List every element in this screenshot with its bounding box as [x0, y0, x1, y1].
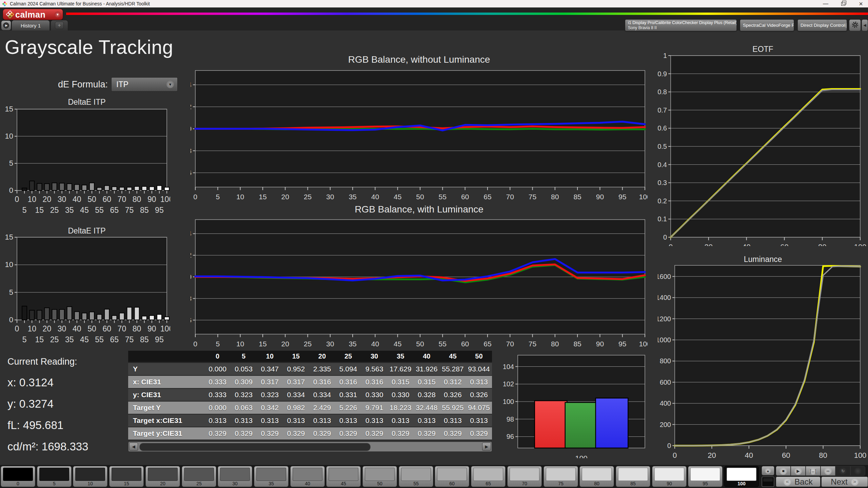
continuous-button[interactable]: ∞	[821, 466, 835, 476]
chevron-down-icon: ▼	[845, 22, 847, 29]
patch-button-35[interactable]: 35	[254, 466, 289, 487]
scroll-left-icon[interactable]: ◀	[129, 443, 138, 451]
patch-button-100[interactable]: 100	[724, 466, 759, 487]
patch-swatch	[618, 468, 648, 481]
eotf-chart: EOTF 00.10.20.30.40.50.60.70.80.91020406…	[658, 43, 868, 246]
svg-text:1400: 1400	[658, 294, 671, 301]
minimize-icon[interactable]: —	[821, 0, 830, 7]
calman-menu-button[interactable]: calman ▼	[3, 9, 63, 20]
pattern-preview[interactable]	[762, 476, 774, 487]
patch-button-95[interactable]: 95	[688, 466, 723, 487]
svg-text:90: 90	[596, 193, 604, 201]
scroll-right-icon[interactable]: ▶	[482, 443, 491, 451]
svg-text:25: 25	[50, 206, 59, 215]
table-cell: 0.326	[440, 389, 466, 401]
table-cell: 0.329	[257, 427, 283, 440]
patch-swatch	[437, 468, 467, 481]
add-tab-button[interactable]: +	[51, 20, 68, 30]
patch-button-80[interactable]: 80	[579, 466, 614, 487]
table-cell: 0.334	[283, 389, 309, 401]
patch-button-65[interactable]: 65	[471, 466, 506, 487]
table-column-header: 20	[309, 351, 335, 362]
table-horizontal-scrollbar[interactable]: ◀ ▶	[128, 442, 492, 452]
table-column-header: 30	[361, 351, 388, 362]
patch-label: 90	[652, 481, 686, 486]
svg-text:0.5: 0.5	[658, 143, 667, 150]
svg-text:45: 45	[394, 193, 401, 201]
patch-button-60[interactable]: 60	[435, 466, 469, 487]
blank-button[interactable]	[850, 466, 865, 476]
settings-button[interactable]	[849, 19, 861, 31]
next-button[interactable]: Next »	[821, 476, 868, 487]
restore-icon[interactable]	[839, 0, 848, 7]
table-column-header: 25	[335, 351, 361, 362]
pattern-size-button[interactable]: [↔]	[806, 466, 821, 476]
patch-button-50[interactable]: 50	[362, 466, 397, 487]
patch-button-85[interactable]: 85	[616, 466, 650, 487]
patch-button-70[interactable]: 70	[507, 466, 542, 487]
patch-swatch	[727, 468, 756, 481]
patch-button-25[interactable]: 25	[182, 466, 216, 487]
meter-dropdown-line1: i1 Display Pro/Calibrite ColorChecker Di…	[628, 20, 737, 25]
stop-button[interactable]: ■	[776, 466, 791, 476]
svg-text:20: 20	[281, 193, 289, 201]
de-formula-dropdown[interactable]: ITP ▼	[111, 77, 178, 92]
table-cell: 0.053	[231, 363, 257, 375]
svg-text:96: 96	[507, 433, 514, 440]
patch-swatch	[365, 468, 395, 481]
patch-button-55[interactable]: 55	[399, 466, 433, 487]
tab-scroll-button[interactable]: ▶	[1, 20, 11, 30]
display-dropdown-label: Direct Display Control	[801, 23, 845, 28]
svg-text:0.3: 0.3	[658, 179, 667, 186]
scrollbar-thumb[interactable]	[139, 443, 371, 451]
patch-button-0[interactable]: 0	[1, 466, 35, 487]
table-cell: 0.313	[204, 414, 231, 427]
patch-button-45[interactable]: 45	[326, 466, 361, 487]
patch-button-15[interactable]: 15	[109, 466, 144, 487]
table-cell: 93.044	[466, 363, 492, 375]
svg-text:80: 80	[819, 451, 827, 460]
source-dropdown[interactable]: SpectraCal VideoForge Pro ▼	[740, 19, 794, 31]
table-cell: 9.791	[361, 402, 388, 414]
svg-text:200: 200	[660, 421, 671, 428]
patch-button-30[interactable]: 30	[218, 466, 252, 487]
table-cell: 0.323	[231, 389, 257, 401]
patch-button-20[interactable]: 20	[145, 466, 180, 487]
svg-text:104: 104	[191, 81, 192, 88]
next-chevrons-icon: »	[851, 478, 859, 486]
svg-text:75: 75	[529, 340, 536, 348]
table-column-header: 45	[440, 351, 466, 362]
play-button[interactable]: ▶	[791, 466, 806, 476]
chart-canvas: 00.10.20.30.40.50.60.70.80.9102040608010…	[658, 43, 868, 246]
table-row: y: CIE310.3330.3230.3230.3340.3340.3310.…	[128, 389, 492, 402]
patch-button-75[interactable]: 75	[544, 466, 578, 487]
luminance-chart: Luminance 020040060080010001200140016000…	[658, 255, 868, 461]
patch-label: 65	[471, 481, 505, 486]
svg-text:40: 40	[73, 324, 81, 333]
patch-swatch	[75, 468, 105, 481]
svg-text:5: 5	[216, 193, 220, 201]
refresh-button[interactable]: ↻	[835, 466, 850, 476]
collapse-panel-button[interactable]: ◀	[862, 19, 868, 31]
meter-dropdown[interactable]: i1 Display Pro/Calibrite ColorChecker Di…	[625, 19, 737, 31]
table-cell: 0.317	[257, 376, 283, 388]
table-cell: 0.329	[283, 427, 309, 440]
display-control-dropdown[interactable]: Direct Display Control ▼	[797, 19, 847, 31]
table-cell: 0.334	[309, 389, 335, 401]
back-chevrons-icon: «	[784, 478, 791, 486]
table-cell: 18.223	[388, 402, 414, 414]
svg-text:100: 100	[191, 125, 192, 133]
patch-swatch	[112, 468, 141, 481]
patch-list-up-button[interactable]: ▲	[762, 466, 774, 475]
patch-button-10[interactable]: 10	[73, 466, 107, 487]
tab-history-1[interactable]: History 1	[12, 20, 50, 30]
patch-button-5[interactable]: 5	[37, 466, 72, 487]
back-button[interactable]: « Back	[776, 476, 821, 487]
close-icon[interactable]: ×	[856, 0, 865, 7]
patch-button-90[interactable]: 90	[652, 466, 687, 487]
patch-swatch	[690, 468, 720, 481]
svg-text:15: 15	[35, 335, 44, 343]
patch-label: 45	[327, 481, 360, 486]
svg-text:5: 5	[9, 288, 13, 297]
patch-button-40[interactable]: 40	[290, 466, 325, 487]
